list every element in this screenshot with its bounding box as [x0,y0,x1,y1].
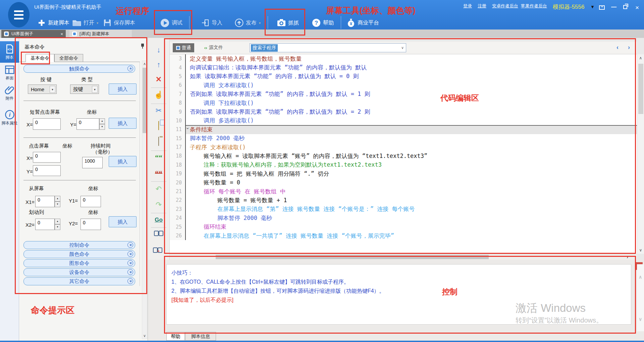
tap-y-stepper[interactable]: ▲▼ [99,118,105,130]
tab-help[interactable]: 帮助 [166,332,185,341]
code-line[interactable]: 8 调用 下拉框读取() [170,99,637,107]
tray-button[interactable] [599,5,605,10]
uncomment-icon[interactable]: ““ [148,169,169,178]
vscroll-thumb[interactable] [638,64,643,114]
code-line[interactable]: 11 条件结束 [170,125,637,134]
delete-line-icon[interactable]: ✕ [148,75,169,84]
mode-normal-button[interactable]: 普通 [173,43,194,52]
swipe-y2-input[interactable]: 0 [80,219,101,230]
business-platform-button[interactable]: ¥ 商业平台 [347,17,379,29]
scroll-up-icon[interactable]: ∧ [637,56,644,60]
scroll-down-icon[interactable]: ∨ [637,248,644,252]
main-menu-button[interactable] [8,2,30,27]
emulator-selector[interactable]: 模拟器-5556 [553,3,584,11]
code-line[interactable]: 22 账号数量 = 账号数量 + 1 [170,196,637,205]
bottom-scrollbar[interactable]: ∧ ∨ [637,264,644,331]
cut-icon[interactable]: ✂ [148,106,169,115]
tap-x-input[interactable]: 0 [33,118,61,130]
press-x-input[interactable]: 0 [33,152,61,163]
scroll-down-icon[interactable]: ∨ [637,317,644,322]
insert-key-button[interactable]: 插入 [109,83,137,95]
key-dropdown[interactable]: Home▾ [28,84,57,94]
command-section-header[interactable]: 控制命令 » [23,241,135,249]
code-line[interactable]: 19 账号数组 = 把 账号输入框 用分隔符 “.” 切分 [170,169,637,178]
minimize-button[interactable]: — [611,4,616,10]
ios-author-link[interactable]: 苹果作者后台 [521,3,547,9]
doc-tab-debug-new-script[interactable]: [调试] 新建脚本 [69,30,132,38]
panel-scrollbar[interactable]: ∧ ∨ [142,61,147,339]
code-line[interactable]: 3 定义变量 账号输入框，账号数组，账号数量 [170,54,637,63]
code-line[interactable]: 5 如果 读取脚本界面元素 “功能” 的内容，默认值为 默认 = 0 则 [170,72,637,81]
open-button[interactable]: 打开▾ [72,17,98,29]
scroll-up-icon[interactable]: ∧ [142,62,147,66]
undo-icon[interactable]: ↶ [148,184,169,194]
command-section-header[interactable]: 设备命令 » [23,268,135,276]
code-line[interactable]: 21 循环 每个账号 在 账号数组 中 [170,187,637,196]
insert-tap-button[interactable]: 插入 [109,118,137,129]
scroll-down-icon[interactable]: ∨ [142,334,147,338]
nav-item-attachment[interactable]: 附件 [0,85,19,101]
code-line[interactable]: 26 在屏幕上显示消息 “一共填了” 连接 账号数量 连接 “个账号，展示完毕” [170,231,637,240]
code-line[interactable]: 18 注释：获取账号输入框内容，如果为空则默认为text1.text2.text… [170,161,637,169]
command-section-header[interactable]: 颜色命令 » [23,250,135,258]
tab-script-info[interactable]: 脚本信息 [185,332,216,341]
hscroll-right-icon[interactable]: › [627,254,628,260]
goto-icon[interactable]: Go [148,215,169,225]
login-link[interactable]: 登录 [463,3,472,9]
new-script-button[interactable]: 新建脚本 [38,17,69,29]
move-up-icon[interactable]: ↑ [148,60,169,69]
code-line[interactable]: 7 否则如果 读取脚本界面元素 “功能” 的内容，默认值为 默认 = 1 则 [170,90,637,99]
editor-vscrollbar[interactable]: ∧ ∨ [637,54,644,254]
hscroll-thumb[interactable] [216,255,489,259]
swipe-x2-input[interactable]: 0 [35,219,55,230]
editor-hscrollbar[interactable]: › [170,254,637,260]
nav-forward-icon[interactable]: › [628,44,630,51]
duration-input[interactable]: 1000 [82,157,103,168]
maximize-button[interactable] [623,5,627,9]
tap-y-input[interactable]: 0 [76,118,99,130]
close-button[interactable]: × [635,4,639,11]
copy-icon[interactable] [148,121,169,130]
insert-press-button[interactable]: 插入 [109,156,137,167]
nav-item-interface[interactable]: 界面 [0,65,19,81]
press-y-input[interactable]: 0 [33,165,61,176]
import-button[interactable]: 导入 [201,17,222,29]
code-line[interactable]: 24 脚本暂停 2000 毫秒 [170,214,637,222]
nav-item-script[interactable]: <> 脚本 [0,41,19,63]
move-down-icon[interactable]: ↓ [148,45,169,55]
android-author-link[interactable]: 安卓作者后台 [492,3,518,9]
scroll-up-icon[interactable]: ∧ [637,274,644,280]
type-dropdown[interactable]: 按键▾ [70,84,99,94]
emulator-caret-icon[interactable]: ▼ [590,4,595,9]
hand-tool-icon[interactable]: ☝ [148,90,169,100]
tab-all-commands[interactable]: 全部命令 [54,54,83,62]
scroll-thumb[interactable] [143,68,147,133]
find-next-icon[interactable]: ▸ [148,247,169,258]
code-line[interactable]: 9 否则如果 读取脚本界面元素 “功能” 的内容，默认值为 默认 = 2 则 [170,107,637,116]
code-line[interactable]: 25 循环结束 [170,222,637,231]
swipe-x1-stepper[interactable]: ▲▼ [55,196,60,207]
command-section-header[interactable]: 其它命令 » [23,277,135,285]
collapse-icon[interactable]: » [127,66,133,71]
swipe-x2-stepper[interactable]: ▲▼ [55,219,60,230]
command-section-header[interactable]: 图形命令 » [23,259,135,267]
code-line[interactable]: 23 在屏幕上显示消息 “第” 连接 账号数量 连接 “个账号是：” 连接 每个… [170,205,637,214]
section-touch-commands[interactable]: 触摸命令 » [23,65,135,73]
code-line[interactable]: 18 账号输入框 = 读取脚本界面元素 “账号” 的内容，默认值为 “text1… [170,152,637,160]
code-line[interactable]: 17 子程序 文本框读取() [170,143,637,152]
doc-tab-ui-example[interactable]: UI界面例子 × [1,30,66,38]
grab-tool-button[interactable]: 抓抓 [277,17,299,29]
nav-back-icon[interactable]: ‹ [616,44,619,51]
code-line[interactable]: 4 向调试窗口输出：读取脚本界面元素 “功能” 的内容，默认值为 默认 [170,63,637,72]
paste-icon[interactable] [148,137,169,146]
pin-icon[interactable] [141,43,145,49]
insert-swipe-button[interactable]: 插入 [109,216,137,227]
swipe-y1-input[interactable]: 0 [80,196,101,207]
help-button[interactable]: ? 帮助 [312,17,334,29]
tab-close-icon[interactable]: × [60,32,63,37]
search-subroutine-combobox[interactable]: 搜索子程序 ∨ [250,43,406,52]
code-editor[interactable]: 3 定义变量 账号输入框，账号数组，账号数量 4 向调试窗口输出：读取脚本界面元… [170,54,637,254]
code-line[interactable]: 10 调用 多选框读取() [170,116,637,125]
code-line[interactable]: 20 账号数量 = 0 [170,178,637,187]
mode-source-button[interactable]: ‹› 源文件 [204,45,223,51]
